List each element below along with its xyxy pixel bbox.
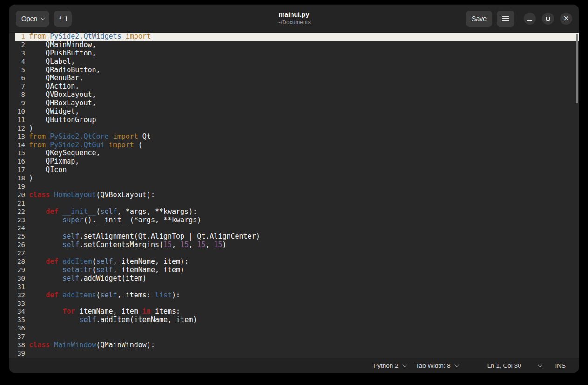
language-selector[interactable]: Python 2: [373, 362, 405, 369]
code-line[interactable]: 27: [15, 249, 579, 258]
tab-width-selector[interactable]: Tab Width: 8: [416, 362, 458, 369]
code-text: class HomeLayout(QVBoxLayout):: [29, 191, 579, 199]
code-token: ,: [172, 241, 180, 249]
code-line[interactable]: 18): [15, 174, 579, 183]
code-text: [29, 333, 579, 341]
code-line[interactable]: 13from PySide2.QtCore import Qt: [15, 133, 579, 141]
minimize-button[interactable]: [524, 13, 536, 25]
code-text: self.setContentsMargins(15, 15, 15, 15): [29, 241, 579, 249]
code-token: [29, 241, 62, 249]
code-line[interactable]: 1from PySide2.QtWidgets import (: [15, 33, 579, 41]
code-line[interactable]: 7 QAction,: [15, 82, 579, 91]
code-token: self: [79, 316, 96, 324]
code-line[interactable]: 8 QVBoxLayout,: [15, 91, 579, 99]
statusbar: Python 2 Tab Width: 8 Ln 1, Col 30 INS: [9, 358, 579, 373]
goto-line-dropdown[interactable]: [538, 364, 541, 367]
code-text: [29, 183, 579, 191]
code-text: [29, 199, 579, 208]
code-line[interactable]: 23 super().__init__(*args, **kwargs): [15, 216, 579, 225]
code-line[interactable]: 16 QPixmap,: [15, 158, 579, 166]
desktop: { "colors": { "page_bg": "#000000", "win…: [0, 0, 588, 385]
code-line[interactable]: 37: [15, 333, 579, 341]
line-number: 5: [15, 66, 25, 75]
scrollbar-thumb[interactable]: [576, 34, 578, 103]
code-line[interactable]: 34 for itemName, item in items:: [15, 308, 579, 316]
line-number: 39: [15, 350, 25, 358]
code-line[interactable]: 21: [15, 199, 579, 208]
code-line[interactable]: 2 QMainWindow,: [15, 41, 579, 49]
code-line[interactable]: 12): [15, 124, 579, 133]
code-text: def __init__(self, *args, **kwargs):: [29, 208, 579, 216]
line-number: 32: [15, 291, 25, 300]
code-token: QLabel,: [29, 57, 75, 66]
code-token: ,: [205, 241, 214, 249]
save-button[interactable]: Save: [466, 11, 492, 27]
code-line[interactable]: 35 self.addItem(itemName, item): [15, 316, 579, 324]
code-line[interactable]: 19: [15, 183, 579, 191]
code-token: __init__: [62, 207, 96, 216]
code-line[interactable]: 36: [15, 324, 579, 333]
line-number: 21: [15, 199, 25, 208]
code-text: [29, 224, 579, 233]
code-token: [105, 141, 109, 149]
code-line[interactable]: 22 def __init__(self, *args, **kwargs):: [15, 208, 579, 216]
code-line[interactable]: 11 QButtonGroup: [15, 116, 579, 124]
vertical-scrollbar[interactable]: [575, 33, 579, 358]
code-token: import: [126, 33, 151, 41]
open-button[interactable]: Open: [16, 11, 49, 27]
line-number: 13: [15, 133, 25, 141]
code-token: QHBoxLayout,: [29, 99, 96, 107]
code-line[interactable]: 20class HomeLayout(QVBoxLayout):: [15, 191, 579, 199]
code-token: QWidget,: [29, 107, 79, 116]
code-token: self: [62, 274, 79, 282]
code-token: ): [29, 174, 33, 182]
hamburger-icon: [502, 16, 509, 21]
code-line[interactable]: 17 QIcon: [15, 166, 579, 174]
code-line[interactable]: 28 def addItem(self, itemName, item):: [15, 258, 579, 266]
code-editor[interactable]: 1from PySide2.QtWidgets import (2 QMainW…: [9, 33, 579, 358]
code-text: setattr(self, itemName, item): [29, 266, 579, 275]
code-line[interactable]: 30 self.addWidget(item): [15, 275, 579, 283]
code-token: [109, 132, 113, 141]
line-number: 2: [15, 41, 25, 49]
code-line[interactable]: 32 def addItems(self, items: list):: [15, 291, 579, 300]
code-line[interactable]: 25 self.setAlignment(Qt.AlignTop | Qt.Al…: [15, 233, 579, 241]
code-line[interactable]: 31: [15, 283, 579, 291]
line-number: 14: [15, 141, 25, 150]
code-line[interactable]: 3 QPushButton,: [15, 49, 579, 58]
text-caret: [151, 33, 151, 41]
code-line[interactable]: 5 QRadioButton,: [15, 66, 579, 75]
window-controls: ×: [524, 13, 572, 25]
code-token: QRadioButton,: [29, 66, 101, 74]
code-line[interactable]: 29 setattr(self, itemName, item): [15, 266, 579, 275]
maximize-button[interactable]: [542, 13, 554, 25]
code-line[interactable]: 9 QHBoxLayout,: [15, 99, 579, 108]
code-line[interactable]: 10 QWidget,: [15, 108, 579, 116]
code-text: for itemName, item in items:: [29, 308, 579, 316]
code-token: PySide2.QtGui: [50, 141, 104, 149]
menu-button[interactable]: [497, 11, 514, 27]
code-line[interactable]: 26 self.setContentsMargins(15, 15, 15, 1…: [15, 241, 579, 249]
code-token: [29, 207, 46, 216]
code-line[interactable]: 15 QKeySequence,: [15, 149, 579, 158]
code-token: PySide2.QtWidgets: [50, 33, 122, 41]
code-token: [29, 266, 62, 274]
code-token: class: [29, 191, 54, 199]
code-line[interactable]: 14from PySide2.QtGui import (: [15, 141, 579, 150]
code-line[interactable]: 6 QMenuBar,: [15, 74, 579, 82]
close-button[interactable]: ×: [560, 13, 572, 25]
code-line[interactable]: 38class MainWindow(QMainWindow):: [15, 341, 579, 350]
code-text: QMainWindow,: [29, 41, 579, 49]
code-line[interactable]: 39: [15, 350, 579, 358]
cursor-position[interactable]: Ln 1, Col 30: [487, 362, 521, 369]
line-number: 27: [15, 249, 25, 258]
code-token: QKeySequence,: [29, 149, 101, 157]
code-line[interactable]: 33: [15, 300, 579, 308]
line-number: 29: [15, 266, 25, 275]
code-line[interactable]: 4 QLabel,: [15, 58, 579, 66]
minimize-icon: [527, 20, 532, 21]
code-token: self: [101, 291, 117, 299]
code-line[interactable]: 24: [15, 224, 579, 233]
new-tab-button[interactable]: +: [54, 11, 72, 27]
code-token: ): [222, 241, 226, 249]
